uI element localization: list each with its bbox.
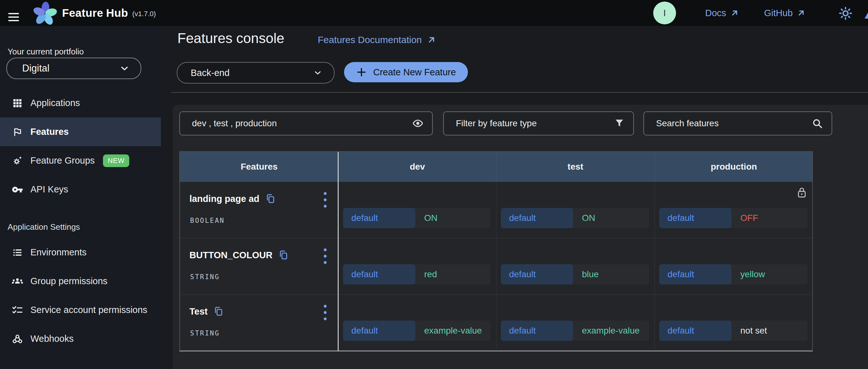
chevron-down-icon [119,63,130,74]
feature-type-label: BOOLEAN [190,217,225,224]
light-mode-sun-icon[interactable] [838,6,853,21]
feature-name-cell: landing page ad BOOLEAN [180,182,338,238]
sidebar-item-features[interactable]: Features [0,118,161,146]
features-documentation-link[interactable]: Features Documentation [318,34,437,45]
strategy-chip[interactable]: default [659,321,732,341]
sidebar-item-group-permissions[interactable]: Group permissions [0,267,161,296]
chevron-down-icon [313,68,322,77]
featurehub-logo-icon [33,1,57,25]
environments-input[interactable]: dev , test , production [179,111,433,135]
sidebar-item-api-keys[interactable]: API Keys [0,175,161,204]
grid-icon [11,97,24,109]
feature-value-pill[interactable]: default ON [343,208,491,228]
menu-icon[interactable] [8,13,19,21]
feature-value: red [424,269,437,279]
filter-funnel-icon[interactable] [614,118,625,129]
strategy-chip[interactable]: default [501,264,573,284]
search-icon[interactable] [811,118,823,129]
feature-type-label: STRING [190,330,220,337]
column-header-features[interactable]: Features [180,152,338,182]
feature-value-pill[interactable]: default ON [501,208,649,228]
feature-value-pill[interactable]: default yellow [659,264,807,284]
feature-value-pill[interactable]: default blue [501,264,649,284]
feature-name: landing page ad [189,194,259,204]
environments-value: dev , test , production [192,119,412,129]
clipped-edge-icon[interactable] [862,7,868,21]
table-row: Test STRING default example-value defaul… [180,294,812,350]
top-bar: Feature Hub (v1.7.0) I Docs GitHub [0,0,868,26]
people-group-icon [11,275,24,287]
sidebar-item-service-account-permissions[interactable]: Service account permissions [0,296,161,324]
value-cell-dev: default example-value [338,295,496,350]
strategy-chip[interactable]: default [659,208,732,228]
value-cell-test: default blue [496,238,654,294]
flag-icon [11,126,24,138]
kebab-menu-icon[interactable] [319,246,331,266]
sidebar-item-environments[interactable]: Environments [0,238,161,267]
strategy-chip[interactable]: default [659,264,732,284]
feature-type-placeholder: Filter by feature type [456,119,614,129]
value-cell-dev: default ON [338,182,496,238]
docs-link[interactable]: Docs [705,0,739,26]
features-table: Features dev test production landing pag… [179,151,813,351]
search-placeholder: Search features [656,119,811,129]
value-cell-production: default OFF [654,182,813,238]
sidebar-item-applications[interactable]: Applications [0,89,161,118]
strategy-chip[interactable]: default [343,321,415,341]
brand-first: Feature [62,7,103,19]
strategy-chip[interactable]: default [501,321,573,341]
feature-value: ON [582,213,595,223]
application-select[interactable]: Back-end [177,62,335,83]
portfolio-select[interactable]: Digital [6,58,141,79]
webhook-icon [11,333,24,345]
feature-value-pill[interactable]: default not set [659,321,807,341]
strategy-chip[interactable]: default [501,208,573,228]
sidebar-item-feature-groups[interactable]: Feature Groups NEW [0,146,161,175]
feature-value-pill[interactable]: default red [343,264,491,284]
feature-value-pill[interactable]: default example-value [501,321,649,341]
kebab-menu-icon[interactable] [319,303,331,322]
value-cell-production: default yellow [654,238,813,294]
application-select-value: Back-end [191,68,313,78]
user-avatar[interactable]: I [653,2,676,24]
portfolio-value: Digital [22,63,119,74]
column-header-test[interactable]: test [496,152,654,182]
feature-name: BUTTON_COLOUR [189,250,273,261]
sidebar-item-webhooks[interactable]: Webhooks [0,324,161,353]
sidebar-nav-settings: Environments Group permissions Service a… [0,238,161,353]
feature-value-pill[interactable]: default example-value [343,321,491,341]
header-divider [171,92,868,93]
feature-value: blue [582,269,599,279]
feature-value-pill[interactable]: default OFF [659,208,807,228]
brand-title: Feature Hub (v1.7.0) [62,0,156,26]
lock-icon[interactable] [797,187,807,200]
avatar-letter: I [663,8,666,19]
feature-value: example-value [582,326,640,336]
copy-icon[interactable] [278,250,289,261]
strategy-chip[interactable]: default [343,264,415,284]
feature-type-filter[interactable]: Filter by feature type [443,111,634,135]
application-settings-label: Application Settings [8,222,80,232]
eye-icon[interactable] [412,118,424,129]
create-new-feature-button[interactable]: Create New Feature [344,62,468,82]
github-link[interactable]: GitHub [764,0,806,26]
kebab-menu-icon[interactable] [319,190,331,209]
value-cell-production: default not set [654,295,813,350]
table-header-row: Features dev test production [180,152,812,182]
feature-value: not set [740,326,767,336]
feature-value: ON [424,213,437,223]
copy-icon[interactable] [265,193,276,204]
external-link-icon [797,8,806,18]
frozen-column-divider[interactable] [338,152,339,351]
sidebar-nav-application: Applications Features Feature Groups NEW [0,89,161,204]
strategy-chip[interactable]: default [343,208,415,228]
column-header-production[interactable]: production [654,152,813,182]
feature-type-label: STRING [190,273,220,281]
column-header-dev[interactable]: dev [338,152,496,182]
plus-icon [356,67,367,77]
copy-icon[interactable] [213,306,224,317]
feature-name-cell: BUTTON_COLOUR STRING [180,238,338,294]
search-features-input[interactable]: Search features [643,111,832,135]
key-icon [11,183,24,196]
feature-value: yellow [740,269,765,279]
